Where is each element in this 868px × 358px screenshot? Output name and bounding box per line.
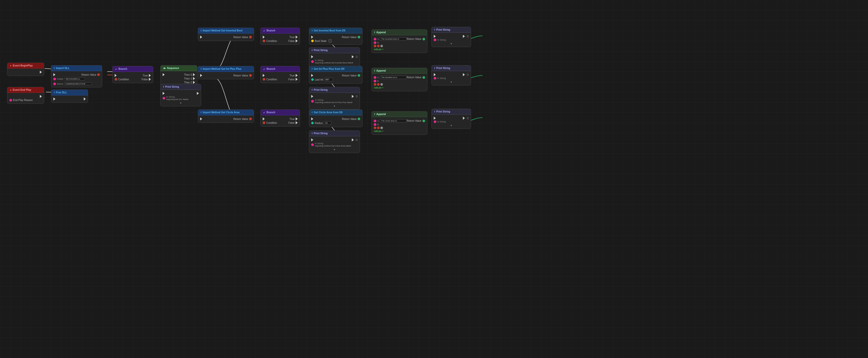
exec-in-pin <box>311 55 313 58</box>
exec-out-pin <box>463 73 465 76</box>
false-pin <box>296 121 298 124</box>
append-int-header: f Append <box>372 68 427 74</box>
bool-state-label: Bool State <box>315 39 327 43</box>
false-label: False <box>288 78 294 81</box>
false-pin <box>296 78 298 81</box>
import-circle-area-label: Import Method Get Circle Area <box>203 111 240 114</box>
in-string-pin <box>434 120 436 123</box>
sequence-label: Sequence <box>167 67 179 70</box>
in-string-label: In String <box>315 99 352 101</box>
true-pin <box>296 117 298 120</box>
get-inverted-bool-label: Get Inverted Bool from Dll <box>314 29 345 32</box>
radius-value[interactable]: 15 <box>324 121 331 125</box>
last-int-value[interactable]: 887 <box>324 78 333 81</box>
append-int-label: Append <box>376 69 386 72</box>
print-string-int-result-body: D In String ▼ <box>432 71 471 85</box>
expand-btn[interactable]: ▼ <box>163 101 199 105</box>
in-string-value: Importing method Get Int Plus Plus faile… <box>315 101 352 104</box>
import-dll-header: f Import DLL <box>51 65 102 71</box>
import-int-plus-label: Import Method Get Int Plus Plus <box>203 67 242 70</box>
in-string-pin <box>311 60 314 63</box>
print-string-int-fail-node: f Print String D In String Importing met… <box>309 87 360 109</box>
event-end-play-node: ● Event End Play End Play Reason <box>7 87 44 104</box>
branch-circle-header: ↙ Branch <box>261 110 300 115</box>
exec-in-pin <box>200 35 202 38</box>
condition-pin <box>115 78 117 81</box>
in-string-label: In String <box>437 38 446 41</box>
in-string-pin <box>434 38 436 41</box>
return-value-label: Return Value <box>82 74 96 76</box>
add-pin-label[interactable]: Add pin + <box>374 130 383 133</box>
return-pin <box>423 76 425 79</box>
return-value-label: Return Value <box>233 118 248 120</box>
return-pin <box>249 118 252 120</box>
exec-out-pin <box>352 138 354 141</box>
branch-int-body: True Condition False <box>261 72 300 83</box>
exec-in-pin <box>200 117 202 120</box>
expand-btn[interactable]: ▼ <box>311 104 358 108</box>
radius-pin <box>311 122 314 124</box>
then0-label: Then 0 <box>184 74 192 76</box>
return-pin <box>97 74 100 76</box>
then2-pin <box>193 81 195 84</box>
condition-pin <box>263 39 265 42</box>
print-string-bool-fail-label: Print String <box>314 49 328 52</box>
then2-label: Then 2 <box>184 81 192 84</box>
folder-value[interactable]: MyTutorialDLLs <box>65 77 85 81</box>
print-string-bool-fail-header: f Print String <box>309 48 360 53</box>
condition-label: Condition <box>266 121 277 124</box>
append-bool-header: f Append <box>372 30 427 35</box>
expand-btn[interactable]: ▼ <box>434 124 469 127</box>
import-inverted-bool-body: Return Value <box>198 33 254 40</box>
import-inverted-bool-header: f Import Method Get Inverted Bool <box>198 28 254 33</box>
event-begin-play-body <box>7 68 44 76</box>
import-int-plus-node: f Import Method Get Int Plus Plus Return… <box>198 66 254 79</box>
expand-btn[interactable]: ▼ <box>311 148 358 152</box>
b-label: B <box>377 123 379 126</box>
print-string-dll-fail-body: In String Importing the DLL failed! ▼ <box>161 90 201 106</box>
print-string-int-fail-label: Print String <box>314 88 328 91</box>
true-pin <box>296 35 298 38</box>
false-pin <box>296 39 298 43</box>
append-circle-node: f Append A The circle area is: Return Va… <box>371 111 427 135</box>
add-pin-label[interactable]: Add pin + <box>374 48 383 51</box>
exec-in-pin <box>263 117 265 120</box>
in-string-label: In String <box>437 77 446 80</box>
end-play-reason-pin <box>9 99 12 102</box>
branch-circle-body: True Condition False <box>261 115 300 126</box>
exec-out-pin <box>84 98 86 101</box>
append-int-body: A The iterated int is: Return Value B Ad… <box>372 74 427 91</box>
add-pin-label[interactable]: Add pin + <box>374 86 383 89</box>
a-pin <box>374 76 376 79</box>
import-int-plus-body: Return Value <box>198 72 254 79</box>
a-value[interactable]: The circle area is: <box>380 119 407 122</box>
append-circle-body: A The circle area is: Return Value B Add… <box>372 117 427 135</box>
exec-in-pin <box>115 74 117 77</box>
free-dll-header: f Free DLL <box>51 90 88 95</box>
expand-btn[interactable]: ▼ <box>434 80 469 84</box>
branch-main-body: True Condition False <box>113 72 153 83</box>
false-label: False <box>142 78 148 81</box>
branch-main-header: ↙ Branch <box>113 66 153 72</box>
append-circle-header: f Append <box>372 111 427 117</box>
event-begin-play-header: ● Event BeginPlay <box>7 63 44 68</box>
exec-in-pin <box>434 73 436 76</box>
branch-int-header: ↙ Branch <box>261 66 300 72</box>
print-string-int-result-node: f Print String D In String ▼ <box>431 65 471 85</box>
name-value[interactable]: CreateAndLinkDLLTut.dll <box>64 82 92 85</box>
a-value[interactable]: The iterated int is: <box>380 76 407 79</box>
get-int-plus-body: Return Value Last Int 887 <box>309 72 362 83</box>
a-pin <box>374 38 376 40</box>
sequence-header: ⟴ Sequence <box>161 65 197 71</box>
expand-btn[interactable]: ▼ <box>434 42 469 46</box>
condition-pin <box>263 121 265 124</box>
exec-in-pin <box>163 73 165 76</box>
print-string-int-fail-body: D In String Importing method Get Int Plu… <box>309 93 360 109</box>
branch-main-label: Branch <box>119 67 127 70</box>
print-string-bool-result-label: Print String <box>436 28 450 31</box>
return-value-label: Return Value <box>233 36 248 38</box>
exec-out-pin <box>352 55 354 58</box>
a-value[interactable]: The inverted bool is: <box>380 37 407 40</box>
branch-bool-header: ↙ Branch <box>261 28 300 33</box>
exec-in-pin <box>311 74 313 77</box>
